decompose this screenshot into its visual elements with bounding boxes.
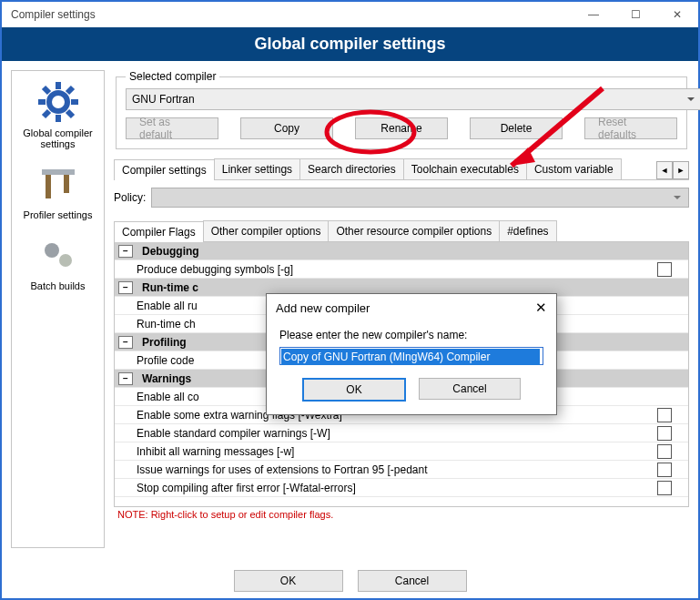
selected-compiler-group: Selected compiler GNU Fortran Set as def… xyxy=(116,70,687,149)
minimize-button[interactable]: — xyxy=(573,2,614,27)
copy-button[interactable]: Copy xyxy=(240,117,333,139)
flag-checkbox[interactable] xyxy=(657,408,672,422)
sub-tabs: Compiler Flags Other compiler options Ot… xyxy=(114,220,689,242)
policy-row: Policy: xyxy=(114,188,689,208)
svg-line-8 xyxy=(44,111,49,117)
modal-prompt: Please enter the new compiler's name: xyxy=(279,329,543,341)
compiler-dropdown-value: GNU Fortran xyxy=(132,93,195,106)
set-default-button[interactable]: Set as default xyxy=(126,117,218,139)
category-sidebar: Global compiler settings Profiler settin… xyxy=(11,70,105,548)
window-controls: — ☐ ✕ xyxy=(573,2,698,27)
tab-scroll-right[interactable]: ► xyxy=(673,161,689,179)
svg-line-7 xyxy=(67,87,73,93)
subtab-compiler-flags[interactable]: Compiler Flags xyxy=(114,221,204,242)
cancel-button[interactable]: Cancel xyxy=(358,570,467,592)
collapse-icon[interactable]: − xyxy=(118,336,133,349)
tab-linker-settings[interactable]: Linker settings xyxy=(214,158,300,179)
reset-defaults-button[interactable]: Reset defaults xyxy=(584,117,677,139)
compiler-name-value: Copy of GNU Fortran (MIngW64) Compiler xyxy=(281,349,540,365)
svg-line-6 xyxy=(67,111,73,117)
subtab-defines[interactable]: #defines xyxy=(499,220,556,241)
flag-checkbox[interactable] xyxy=(657,444,672,459)
add-compiler-dialog: Add new compiler ✕ Please enter the new … xyxy=(266,293,557,415)
gear-large-icon xyxy=(36,80,80,124)
gears-small-icon xyxy=(36,233,80,277)
collapse-icon[interactable]: − xyxy=(118,245,133,258)
flag-checkbox[interactable] xyxy=(657,426,672,441)
svg-rect-11 xyxy=(64,175,69,193)
svg-line-5 xyxy=(44,87,49,93)
sidebar-item-label: Batch builds xyxy=(31,280,86,291)
tab-compiler-settings[interactable]: Compiler settings xyxy=(114,159,215,180)
dialog-footer: OK Cancel xyxy=(2,557,698,600)
flag-checkbox[interactable] xyxy=(657,481,672,495)
delete-button[interactable]: Delete xyxy=(470,117,563,139)
flag-checkbox[interactable] xyxy=(657,463,672,477)
tab-toolchain-executables[interactable]: Toolchain executables xyxy=(403,158,527,179)
tab-search-directories[interactable]: Search directories xyxy=(299,158,404,179)
caliper-icon xyxy=(36,162,80,206)
flags-note: NOTE: Right-click to setup or edit compi… xyxy=(114,507,689,520)
svg-point-0 xyxy=(49,93,67,111)
flag-category[interactable]: −Debugging xyxy=(115,242,688,260)
modal-cancel-button[interactable]: Cancel xyxy=(419,378,521,400)
tab-custom-variables[interactable]: Custom variable xyxy=(526,158,622,179)
modal-title: Add new compiler xyxy=(276,301,370,315)
collapse-icon[interactable]: − xyxy=(118,281,133,294)
svg-point-13 xyxy=(59,254,72,267)
collapse-icon[interactable]: − xyxy=(118,372,133,385)
sidebar-item-batch-builds[interactable]: Batch builds xyxy=(31,233,86,291)
policy-label: Policy: xyxy=(114,191,146,204)
flag-row[interactable]: Produce debugging symbols [-g] xyxy=(115,260,688,279)
svg-rect-9 xyxy=(42,169,75,175)
tab-scroll-left[interactable]: ◄ xyxy=(656,161,673,179)
compiler-dropdown[interactable]: GNU Fortran xyxy=(126,88,700,110)
close-button[interactable]: ✕ xyxy=(656,2,698,27)
rename-button[interactable]: Rename xyxy=(355,117,448,139)
window-title: Compiler settings xyxy=(2,8,96,21)
modal-ok-button[interactable]: OK xyxy=(302,378,406,402)
subtab-other-resource-options[interactable]: Other resource compiler options xyxy=(328,220,500,241)
flag-row[interactable]: Issue warnings for uses of extensions to… xyxy=(115,461,688,479)
ok-button[interactable]: OK xyxy=(234,570,343,592)
titlebar: Compiler settings — ☐ ✕ xyxy=(2,2,698,27)
page-title-banner: Global compiler settings xyxy=(2,27,698,61)
flag-row[interactable]: Stop compiling after first error [-Wfata… xyxy=(115,479,688,497)
selected-compiler-legend: Selected compiler xyxy=(126,70,219,83)
main-tabs: Compiler settings Linker settings Search… xyxy=(114,158,689,180)
subtab-other-compiler-options[interactable]: Other compiler options xyxy=(203,220,330,241)
sidebar-item-label: Profiler settings xyxy=(24,209,93,220)
dialog-window: Compiler settings — ☐ ✕ Global compiler … xyxy=(0,0,700,600)
sidebar-item-label: Global compiler settings xyxy=(15,127,100,149)
compiler-name-input[interactable]: Copy of GNU Fortran (MIngW64) Compiler xyxy=(279,347,543,365)
svg-point-12 xyxy=(45,243,59,258)
maximize-button[interactable]: ☐ xyxy=(614,2,656,27)
sidebar-item-global-compiler[interactable]: Global compiler settings xyxy=(15,80,100,149)
flag-row[interactable]: Enable standard compiler warnings [-W] xyxy=(115,424,688,442)
flag-row[interactable]: Inhibit all warning messages [-w] xyxy=(115,442,688,461)
modal-close-button[interactable]: ✕ xyxy=(535,300,547,316)
svg-rect-10 xyxy=(46,175,51,198)
policy-dropdown[interactable] xyxy=(151,188,689,208)
flag-checkbox[interactable] xyxy=(657,262,672,277)
sidebar-item-profiler[interactable]: Profiler settings xyxy=(24,162,93,220)
